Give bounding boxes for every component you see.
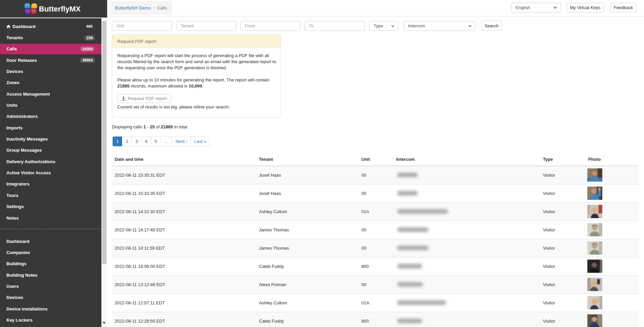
svg-text:ButterflyMX: ButterflyMX (39, 5, 81, 13)
